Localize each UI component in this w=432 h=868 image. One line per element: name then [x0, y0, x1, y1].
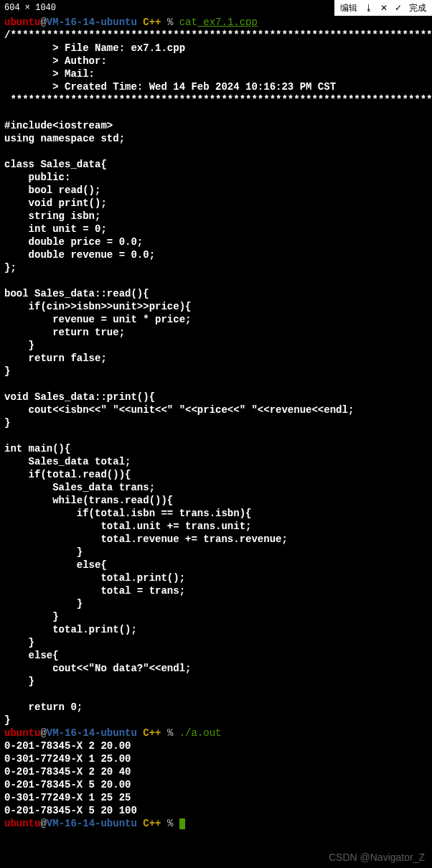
prompt-line-2: ubuntu@VM-16-14-ubuntu C++ % ./a.out	[4, 727, 222, 739]
prompt-at: @	[40, 818, 46, 829]
prompt-line-3: ubuntu@VM-16-14-ubuntu C++ %	[4, 818, 185, 829]
prompt-host: VM-16-14-ubuntu	[47, 818, 137, 829]
source-code: /***************************************…	[4, 29, 432, 726]
cat-argument: ex7.1.cpp	[197, 17, 258, 28]
prompt-sep: %	[167, 17, 179, 28]
prompt-at: @	[40, 727, 46, 739]
prompt-host: VM-16-14-ubuntu	[47, 727, 137, 739]
image-toolbar: 编辑 ⭳ ✕ ✓ 完成	[334, 0, 432, 16]
edit-button[interactable]: 编辑	[340, 1, 357, 14]
prompt-path: C++	[137, 818, 167, 829]
prompt-at: @	[40, 17, 46, 28]
cat-command: cat	[179, 17, 197, 28]
terminal[interactable]: ubuntu@VM-16-14-ubuntu C++ % cat ex7.1.c…	[0, 0, 432, 834]
prompt-user: ubuntu	[4, 818, 40, 829]
prompt-user: ubuntu	[4, 17, 40, 28]
close-icon[interactable]: ✕	[380, 1, 388, 14]
prompt-line-1: ubuntu@VM-16-14-ubuntu C++ % cat ex7.1.c…	[4, 17, 258, 28]
prompt-host: VM-16-14-ubuntu	[47, 17, 137, 28]
dimension-label: 604 × 1040	[0, 0, 60, 16]
cursor	[179, 818, 185, 829]
prompt-sep: %	[167, 818, 179, 829]
run-command: ./a.out	[179, 727, 222, 739]
check-icon[interactable]: ✓	[395, 1, 402, 14]
watermark: CSDN @Navigator_Z	[329, 851, 425, 864]
download-icon[interactable]: ⭳	[365, 1, 373, 14]
program-output: 0-201-78345-X 2 20.00 0-301-77249-X 1 25…	[4, 740, 137, 816]
prompt-path: C++	[137, 727, 167, 739]
prompt-sep: %	[167, 727, 179, 739]
prompt-user: ubuntu	[4, 727, 40, 739]
done-button[interactable]: 完成	[409, 1, 426, 14]
prompt-path: C++	[137, 17, 167, 28]
